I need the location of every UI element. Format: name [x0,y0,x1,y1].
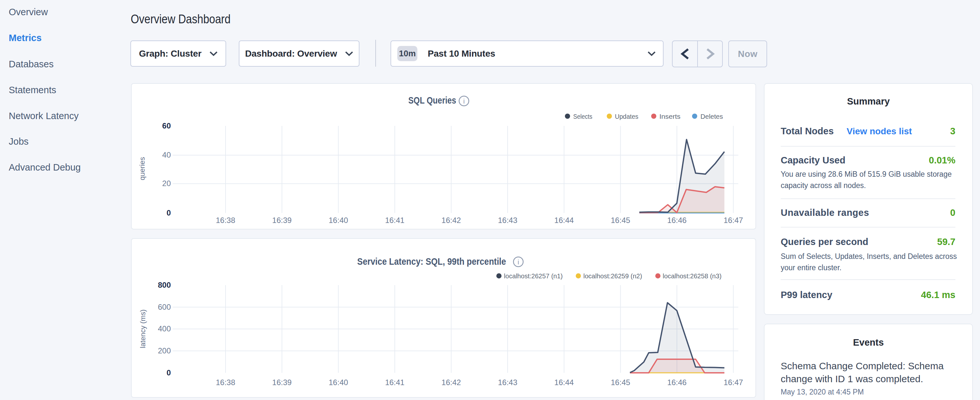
svg-text:Updates: Updates [615,113,638,120]
svg-text:16:42: 16:42 [442,378,461,387]
svg-text:SQL Queries: SQL Queries [408,95,456,105]
svg-text:16:39: 16:39 [272,378,291,387]
svg-text:0: 0 [167,368,171,377]
svg-text:Deletes: Deletes [700,113,723,120]
svg-text:60: 60 [162,121,171,130]
svg-text:Inserts: Inserts [659,113,680,120]
svg-text:16:44: 16:44 [554,216,574,225]
svg-text:16:38: 16:38 [216,216,235,225]
svg-text:Service Latency: SQL, 99th per: Service Latency: SQL, 99th percentile [357,256,506,267]
svg-text:40: 40 [162,150,171,159]
svg-text:localhost:26258 (n3): localhost:26258 (n3) [663,272,721,280]
svg-text:16:45: 16:45 [611,378,630,387]
svg-text:i: i [518,258,519,266]
svg-text:16:47: 16:47 [724,378,743,387]
svg-text:16:43: 16:43 [498,378,517,387]
svg-text:16:45: 16:45 [611,216,630,225]
svg-text:600: 600 [158,303,171,311]
svg-text:i: i [463,97,465,105]
svg-text:200: 200 [158,346,171,355]
svg-text:16:40: 16:40 [329,216,348,225]
svg-text:16:44: 16:44 [554,378,574,387]
svg-text:16:43: 16:43 [498,216,517,225]
svg-text:16:47: 16:47 [724,216,743,225]
svg-text:localhost:26259 (n2): localhost:26259 (n2) [583,272,642,280]
svg-text:20: 20 [162,179,171,188]
svg-text:16:41: 16:41 [385,216,404,225]
svg-text:16:39: 16:39 [272,216,291,225]
svg-text:Selects: Selects [573,113,592,120]
svg-text:16:42: 16:42 [442,216,461,225]
svg-text:16:41: 16:41 [385,378,404,387]
svg-text:0: 0 [167,209,171,217]
svg-text:16:40: 16:40 [329,378,348,387]
svg-text:latency (ms): latency (ms) [139,309,147,348]
svg-text:queries: queries [138,157,146,180]
svg-text:400: 400 [158,324,171,333]
svg-text:16:46: 16:46 [667,216,687,225]
svg-text:16:46: 16:46 [667,378,687,387]
svg-text:localhost:26257 (n1): localhost:26257 (n1) [504,272,563,280]
svg-text:16:38: 16:38 [216,378,235,387]
svg-text:800: 800 [158,280,171,289]
